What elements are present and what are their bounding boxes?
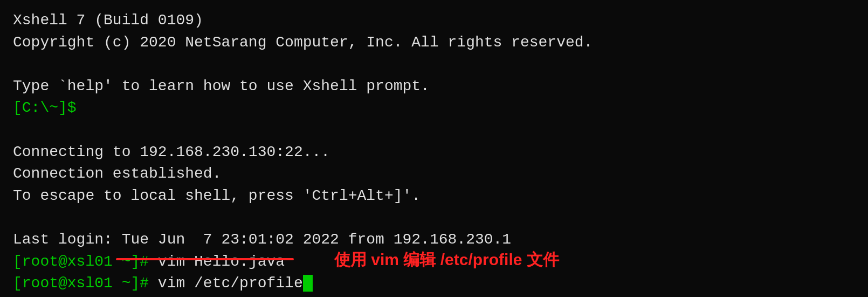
- empty-line-2: [13, 119, 855, 141]
- annotation-text: 使用 vim 编辑 /etc/profile 文件: [334, 248, 559, 272]
- line-established: Connection established.: [13, 163, 855, 185]
- terminal-window: Xshell 7 (Build 0109) Copyright (c) 2020…: [0, 0, 868, 297]
- prompt3-text: [root@xsl01 ~]#: [13, 275, 149, 292]
- line-escape: To escape to local shell, press 'Ctrl+Al…: [13, 185, 855, 207]
- empty-line-3: [13, 207, 855, 229]
- line-copyright: Copyright (c) 2020 NetSarang Computer, I…: [13, 32, 855, 54]
- line-prompt1: [C:\~]$: [13, 97, 855, 119]
- cursor-block: [303, 275, 313, 292]
- line-help: Type `help' to learn how to use Xshell p…: [13, 76, 855, 98]
- empty-line-1: [13, 53, 855, 76]
- line-cmd2: [root@xsl01 ~]# vim /etc/profile: [13, 273, 855, 295]
- cmd1-text: vim Hello.java: [149, 253, 285, 270]
- cmd2-text: vim /etc/profile: [149, 275, 303, 292]
- prompt2-text: [root@xsl01 ~]#: [13, 253, 149, 270]
- prompt1-text: [C:\~]$: [13, 99, 77, 116]
- line-connecting: Connecting to 192.168.230.130:22...: [13, 141, 855, 164]
- underline-decoration: [116, 258, 294, 260]
- line-title: Xshell 7 (Build 0109): [13, 10, 855, 32]
